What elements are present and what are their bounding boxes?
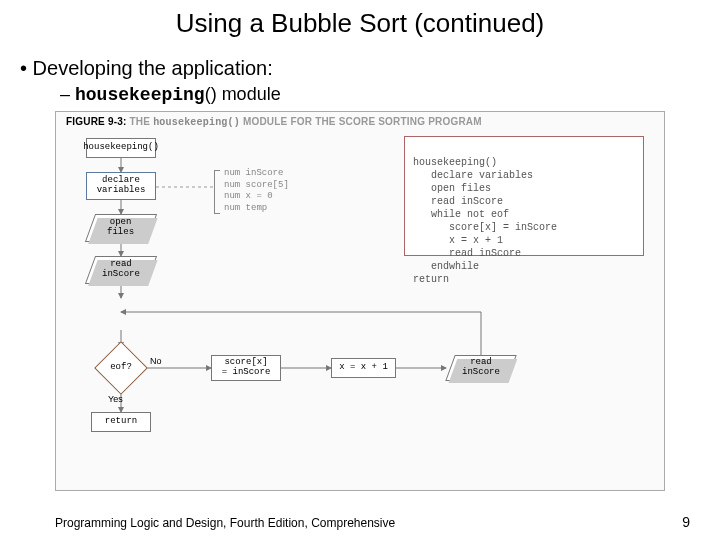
footer-text: Programming Logic and Design, Fourth Edi…: [55, 516, 395, 530]
page-number: 9: [682, 514, 690, 530]
pseudo-l3: open files: [413, 183, 491, 194]
flow-open: open files: [85, 214, 157, 242]
pseudo-l7: x = x + 1: [413, 235, 503, 246]
vars-bracket: [214, 170, 220, 214]
vars-list: num inScore num score[5] num x = 0 num t…: [224, 168, 289, 215]
caption-prefix: FIGURE 9-3:: [66, 116, 127, 127]
var-temp: num temp: [224, 203, 289, 215]
figure-9-3: FIGURE 9-3: THE housekeeping() MODULE FO…: [55, 111, 665, 491]
flow-read2: read inScore: [445, 355, 516, 381]
flow-read1: read inScore: [85, 256, 157, 284]
var-score-array: num score[5]: [224, 180, 289, 192]
module-suffix: () module: [205, 84, 281, 104]
flow-eof: eof?: [102, 349, 140, 387]
pseudo-l8: read inScore: [413, 248, 521, 259]
pseudo-l10: return: [413, 274, 449, 285]
eof-no-label: No: [150, 356, 162, 366]
caption-mid: THE: [130, 116, 151, 127]
caption-mono: housekeeping(): [153, 117, 240, 128]
pseudo-l1: housekeeping(): [413, 157, 497, 168]
figure-caption: FIGURE 9-3: THE housekeeping() MODULE FO…: [66, 116, 482, 128]
eof-yes-label: Yes: [108, 394, 123, 404]
flow-return: return: [91, 412, 151, 432]
var-inscore: num inScore: [224, 168, 289, 180]
flow-increment: x = x + 1: [331, 358, 396, 378]
pseudo-l9: endwhile: [413, 261, 479, 272]
flow-assign: score[x] = inScore: [211, 355, 281, 381]
pseudo-l5: while not eof: [413, 209, 509, 220]
pseudo-l6: score[x] = inScore: [413, 222, 557, 233]
var-x: num x = 0: [224, 191, 289, 203]
bullet-level2: housekeeping() module: [60, 84, 720, 105]
module-name: housekeeping: [75, 85, 205, 105]
pseudo-l4: read inScore: [413, 196, 503, 207]
pseudo-l2: declare variables: [413, 170, 533, 181]
bullet-level1: Developing the application:: [20, 57, 720, 80]
slide-title: Using a Bubble Sort (continued): [0, 8, 720, 39]
pseudocode-box: housekeeping() declare variables open fi…: [404, 136, 644, 256]
flow-declare: declare variables: [86, 172, 156, 200]
caption-tail: MODULE FOR THE SCORE SORTING PROGRAM: [243, 116, 482, 127]
flow-start: housekeeping(): [86, 138, 156, 158]
